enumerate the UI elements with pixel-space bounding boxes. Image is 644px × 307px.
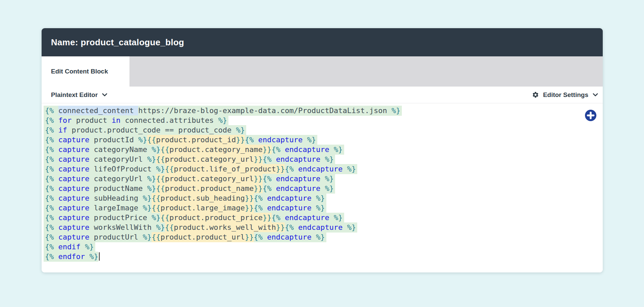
code-token: endcapture — [298, 222, 342, 233]
code-token: {% — [254, 203, 263, 213]
code-line[interactable]: {% capture categoryUrl %}{{product.categ… — [44, 174, 583, 184]
code-token — [294, 222, 298, 233]
code-token: {% — [44, 115, 54, 125]
code-token: connected.attributes — [120, 115, 218, 125]
code-line[interactable]: {% for product in connected.attributes %… — [44, 115, 583, 125]
code-token — [54, 232, 58, 242]
code-token: lifeOfProduct — [89, 164, 156, 174]
code-token: %} — [152, 145, 161, 155]
content-block-editor-card: Name: product_catalogue_blog Edit Conten… — [42, 28, 603, 272]
code-line[interactable]: {% capture productName %}{{product.produ… — [44, 184, 583, 193]
code-token — [312, 232, 316, 242]
code-line[interactable]: {% capture largeImage %}{{product.large_… — [44, 203, 583, 213]
code-token: product.category_name — [169, 145, 263, 155]
code-token: }} — [276, 222, 285, 233]
code-token: connected_content — [58, 106, 138, 116]
code-token: productPrice — [89, 213, 151, 223]
code-token: endcapture — [285, 145, 329, 155]
code-editor[interactable]: {% connected_content https://braze-blog-… — [42, 103, 603, 272]
add-personalization-button[interactable] — [585, 109, 597, 121]
code-token: {% — [44, 193, 54, 203]
code-token: %} — [325, 154, 335, 164]
code-token: %} — [325, 184, 335, 194]
code-token: {% — [44, 184, 54, 194]
code-token: %} — [347, 164, 358, 174]
code-token: {% — [263, 184, 272, 194]
code-token: {% — [272, 145, 281, 155]
code-token — [263, 193, 267, 203]
code-token — [54, 203, 58, 213]
code-line[interactable]: {% connected_content https://braze-blog-… — [44, 106, 583, 115]
code-token: capture — [58, 135, 90, 145]
code-token: {% — [44, 242, 54, 252]
code-token — [303, 135, 307, 145]
code-token — [280, 213, 285, 223]
code-area[interactable]: {% connected_content https://braze-blog-… — [42, 103, 603, 261]
code-token: https://braze-blog-example-data.com/Prod… — [138, 106, 391, 116]
code-token: {{ — [152, 203, 161, 213]
code-token — [272, 174, 276, 184]
code-token — [54, 242, 58, 252]
code-token: {% — [263, 154, 272, 164]
code-line[interactable]: {% capture categoryName %}{{product.cate… — [44, 145, 583, 154]
code-token: capture — [58, 222, 90, 233]
code-token: {% — [272, 213, 281, 223]
code-token: endcapture — [267, 203, 311, 213]
code-token: capture — [58, 154, 90, 164]
code-token: {% — [285, 164, 294, 174]
code-token: %} — [143, 193, 152, 203]
code-line[interactable]: {% capture worksWellWith %}{{product.wor… — [44, 222, 583, 232]
code-token: {% — [44, 125, 54, 135]
code-token: {{ — [152, 232, 161, 242]
code-token — [294, 164, 298, 174]
code-token — [320, 174, 325, 184]
code-line[interactable]: {% capture subHeading %}{{product.sub_he… — [44, 193, 583, 203]
code-token — [320, 154, 325, 164]
code-token: product.product_code == product_code — [67, 125, 236, 135]
code-token — [312, 193, 316, 203]
code-line[interactable]: {% capture categoryUrl %}{{product.categ… — [44, 154, 583, 164]
code-line[interactable]: {% endif %} — [44, 242, 583, 252]
code-token: {{ — [160, 145, 169, 155]
page: Name: product_catalogue_blog Edit Conten… — [0, 0, 644, 307]
code-token: endcapture — [298, 164, 342, 174]
code-token: in — [112, 115, 121, 125]
code-token: categoryUrl — [89, 154, 147, 164]
text-cursor — [99, 252, 100, 261]
code-token: endcapture — [285, 213, 329, 223]
code-token: %} — [307, 135, 318, 145]
editor-mode-dropdown[interactable]: Plaintext Editor — [51, 91, 107, 99]
code-token: %} — [316, 232, 326, 242]
code-token: productId — [89, 135, 138, 145]
code-token: categoryUrl — [89, 174, 147, 184]
code-token: {{ — [152, 193, 161, 203]
code-token: endcapture — [276, 184, 320, 194]
tab-label: Edit Content Block — [51, 68, 108, 75]
editor-settings-dropdown[interactable]: Editor Settings — [532, 91, 598, 99]
code-line[interactable]: {% capture productUrl %}{{product.produc… — [44, 232, 583, 242]
code-token: {% — [44, 222, 54, 233]
code-token: productName — [89, 184, 147, 194]
code-token: endcapture — [276, 154, 320, 164]
code-token: product.large_image — [160, 203, 245, 213]
code-token — [263, 232, 267, 242]
code-token: {{ — [156, 184, 165, 194]
code-line[interactable]: {% capture lifeOfProduct %}{{product.lif… — [44, 164, 583, 174]
code-line[interactable]: {% endfor %} — [44, 252, 583, 261]
code-token — [280, 145, 285, 155]
code-token: %} — [138, 135, 147, 145]
code-token: largeImage — [89, 203, 143, 213]
code-token: {% — [254, 193, 263, 203]
tab-edit-content-block[interactable]: Edit Content Block — [42, 56, 129, 87]
code-token — [54, 135, 58, 145]
code-token: }} — [236, 135, 245, 145]
code-token — [329, 213, 334, 223]
code-token: %} — [143, 203, 152, 213]
code-token: worksWellWith — [89, 222, 156, 233]
code-token: %} — [316, 193, 326, 203]
gear-icon — [532, 91, 539, 98]
code-line[interactable]: {% capture productId %}{{product.product… — [44, 135, 583, 145]
code-line[interactable]: {% capture productPrice %}{{product.prod… — [44, 213, 583, 222]
code-line[interactable]: {% if product.product_code == product_co… — [44, 125, 583, 135]
code-token: }} — [254, 154, 263, 164]
